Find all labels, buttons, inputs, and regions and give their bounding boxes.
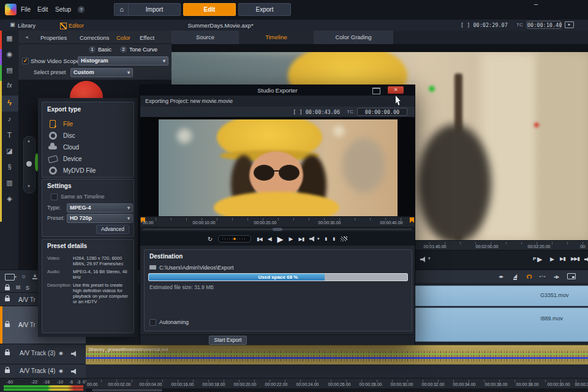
- menu-file[interactable]: File: [21, 6, 31, 13]
- dialog-titlebar[interactable]: Studio Exporter ✕: [140, 85, 415, 96]
- advanced-button[interactable]: Advanced: [96, 225, 129, 234]
- gear-icon[interactable]: ☼: [21, 273, 26, 279]
- music-icon[interactable]: ♪: [4, 115, 15, 123]
- trim-mode-icon[interactable]: ◂▸: [499, 274, 503, 279]
- speaker-icon[interactable]: [71, 369, 77, 374]
- slider-up-icon[interactable]: ▲: [27, 139, 31, 143]
- scrollbar-thumb[interactable]: [92, 389, 162, 391]
- slider-knob[interactable]: [26, 161, 32, 167]
- tab-color-grading[interactable]: Color Grading: [314, 31, 393, 44]
- monitor-icon[interactable]: [5, 274, 15, 281]
- montage-icon[interactable]: ◪: [4, 147, 15, 155]
- edit-mode-button[interactable]: Edit: [183, 3, 236, 16]
- fullscreen-icon[interactable]: [341, 236, 347, 241]
- track-header-3[interactable]: A/V Track (3) ◉: [0, 344, 86, 364]
- home-button[interactable]: ⌂: [114, 3, 129, 16]
- export-button[interactable]: Export: [238, 3, 291, 16]
- transitions-icon[interactable]: ◈: [4, 195, 15, 203]
- frame-back-icon[interactable]: ◀: [268, 236, 272, 242]
- menu-edit[interactable]: Edit: [37, 6, 48, 13]
- same-as-timeline-checkbox[interactable]: [51, 194, 58, 200]
- go-start-icon[interactable]: ▮◀: [257, 236, 262, 242]
- play-icon[interactable]: ▶: [537, 255, 542, 263]
- export-preview-ruler[interactable]: 00.00 00:00:10.00 00:00:20.00 00:00:30.0…: [140, 216, 415, 227]
- keyframe-icon[interactable]: +○+: [539, 274, 546, 278]
- audio-clip[interactable]: 3theory_growwithmeinstrumental.m4: [86, 345, 588, 364]
- pip-icon[interactable]: [567, 273, 576, 279]
- export-type-disc[interactable]: Disc: [63, 132, 75, 139]
- tab-corrections[interactable]: Corrections: [80, 34, 110, 41]
- preset-dropdown[interactable]: ▾HD 720p: [67, 214, 133, 223]
- export-type-mydvd[interactable]: MyDVD File: [63, 167, 96, 174]
- video-clip[interactable]: !889.mov: [414, 307, 588, 342]
- effects-bolt-icon[interactable]: ϟ: [4, 98, 15, 107]
- magnet-snap-icon[interactable]: C: [526, 274, 532, 279]
- autonaming-checkbox[interactable]: [149, 319, 156, 326]
- type-dropdown[interactable]: ▾MPEG-4: [67, 203, 133, 213]
- next-frame-icon[interactable]: ▶▮: [560, 256, 565, 262]
- tab-editor[interactable]: Editor: [69, 22, 84, 29]
- volume-icon[interactable]: [420, 257, 426, 262]
- export-type-device[interactable]: Device: [63, 156, 82, 162]
- play-icon[interactable]: ▶: [277, 235, 284, 244]
- dialog-tc-value[interactable]: 00:00:00.00: [357, 108, 407, 116]
- projects-icon[interactable]: ▤: [4, 66, 15, 74]
- tab-color[interactable]: Color: [116, 34, 130, 41]
- minimize-icon[interactable]: –: [534, 0, 538, 7]
- chevron-down-icon[interactable]: ▾: [15, 274, 17, 279]
- tab-properties[interactable]: Properties: [40, 34, 67, 41]
- eject-icon[interactable]: ▲: [32, 273, 37, 279]
- back-chevron-icon[interactable]: ◄: [24, 35, 29, 39]
- play-p-icon[interactable]: P: [533, 256, 536, 262]
- lock-icon[interactable]: [5, 369, 10, 373]
- timeline-scrollbar[interactable]: [86, 388, 588, 392]
- chevron-down-icon[interactable]: ▾: [428, 256, 431, 261]
- disc-menu-icon[interactable]: ◉: [4, 50, 15, 58]
- send-to-timeline-icon[interactable]: ◢: [513, 273, 517, 280]
- jog-wheel[interactable]: [218, 235, 251, 243]
- scope-dropdown[interactable]: ▾Histogram: [78, 56, 168, 66]
- lock-icon[interactable]: [5, 298, 10, 301]
- tab-effect[interactable]: Effect: [140, 34, 154, 41]
- menu-setup[interactable]: Setup: [55, 6, 71, 13]
- lock-icon[interactable]: [5, 287, 10, 290]
- maximize-icon[interactable]: [372, 88, 380, 94]
- preset-dropdown[interactable]: ▾Custom: [70, 68, 133, 77]
- mark-in-icon[interactable]: ▮: [325, 236, 328, 241]
- lock-icon[interactable]: [5, 323, 10, 327]
- slider-down-icon[interactable]: ▼: [27, 184, 31, 188]
- import-button[interactable]: Import: [128, 3, 181, 16]
- close-icon[interactable]: ✕: [388, 86, 404, 94]
- eye-icon[interactable]: ◉: [59, 368, 63, 374]
- export-preview-scrollbar[interactable]: [140, 227, 415, 232]
- scrollbar-thumb[interactable]: [273, 228, 282, 231]
- volume-icon[interactable]: [584, 257, 588, 262]
- go-end-icon[interactable]: ▶▶▮: [571, 256, 579, 262]
- show-video-scope-checkbox[interactable]: ✓: [22, 58, 29, 64]
- step-1-label[interactable]: Basic: [98, 47, 111, 53]
- export-type-file[interactable]: File: [63, 121, 73, 127]
- help-icon[interactable]: ?: [78, 6, 85, 13]
- chevron-down-icon[interactable]: ▾: [317, 236, 320, 241]
- filmstrip-icon[interactable]: ▥: [4, 179, 15, 187]
- audio-green-line[interactable]: [86, 353, 588, 355]
- media-bin-icon[interactable]: ▦: [4, 34, 15, 42]
- frame-forward-icon[interactable]: ▶: [289, 236, 293, 242]
- track-header-4[interactable]: A/V Track (4) ◉: [0, 364, 86, 379]
- export-type-cloud[interactable]: Cloud: [63, 144, 79, 151]
- start-export-button[interactable]: Start Export: [209, 336, 247, 345]
- fx-icon[interactable]: fx: [4, 82, 15, 89]
- tab-timeline[interactable]: Timeline: [239, 31, 314, 44]
- timeline-ruler[interactable]: 00.00 00:00:02.00 00:00:04.00 00:00:16.0…: [86, 379, 588, 388]
- step-2-label[interactable]: Tone Curve: [129, 47, 157, 53]
- audio-blue-line[interactable]: [86, 357, 588, 359]
- video-clip[interactable]: G3351.mov: [414, 285, 588, 306]
- vertical-zoom-slider[interactable]: ▲ ▼: [23, 136, 36, 194]
- titles-icon[interactable]: T: [4, 131, 15, 140]
- mark-out-icon[interactable]: ▮: [333, 236, 335, 241]
- go-end-icon[interactable]: ▶▮: [299, 236, 304, 242]
- eye-icon[interactable]: ◉: [59, 350, 63, 356]
- destination-path[interactable]: C:\Users\Admin\Videos\Export: [159, 265, 233, 271]
- lock-icon[interactable]: [5, 352, 10, 355]
- preview-ruler-right[interactable]: 00:01:40.00 00:02:00.00 00:02:20.00 00:: [414, 240, 588, 251]
